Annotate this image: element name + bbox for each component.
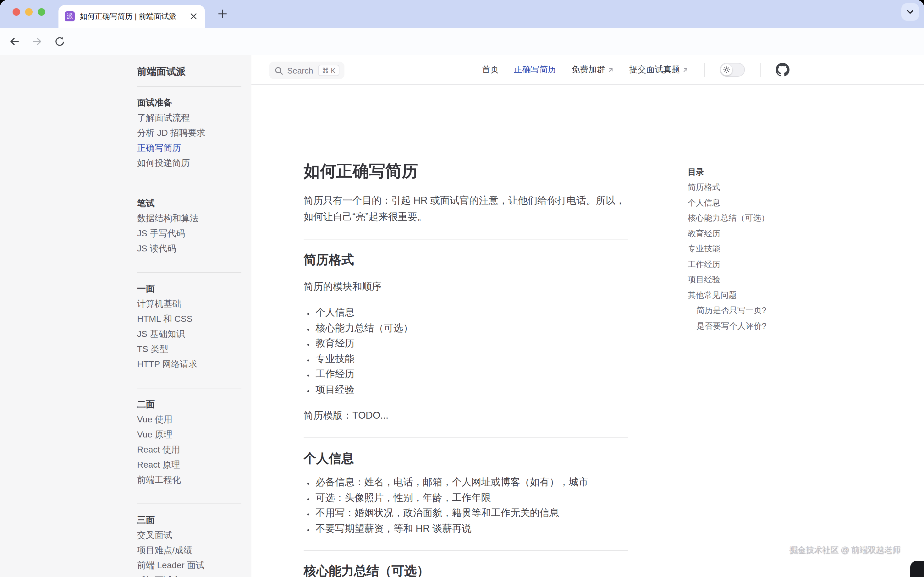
sidebar-item[interactable]: 前端工程化 xyxy=(137,472,241,487)
browser-tab[interactable]: 派 如何正确写简历 | 前端面试派 xyxy=(58,5,205,27)
sidebar-item[interactable]: 如何投递简历 xyxy=(137,155,241,170)
search-button[interactable]: Search ⌘ K xyxy=(269,61,344,79)
tab-title: 如何正确写简历 | 前端面试派 xyxy=(80,11,185,22)
site-brand[interactable]: 前端面试派 xyxy=(137,64,241,79)
list-item: 不用写：婚姻状况，政治面貌，籍贯等和工作无关的信息 xyxy=(316,505,628,521)
intro-paragraph: 简历只有一个目的：引起 HR 或面试官的注意，让他们给你打电话。所以，如何让自己… xyxy=(303,192,628,225)
browser-window: 派 如何正确写简历 | 前端面试派 mianshipai.com/doc xyxy=(0,0,924,577)
nav-link-label: 提交面试真题 xyxy=(629,64,680,76)
sidebar-item-active[interactable]: 正确写简历 xyxy=(137,140,241,155)
bullet-list: 个人信息 核心能力总结（可选） 教育经历 专业技能 工作经历 项目经验 xyxy=(303,305,628,397)
floating-widget-corner[interactable] xyxy=(910,561,924,577)
list-item: 个人信息 xyxy=(316,305,628,320)
tab-search-chevron-icon xyxy=(906,8,914,16)
section-paragraph: 简历模版：TODO... xyxy=(303,407,628,424)
sidebar-item[interactable]: HTTP 网络请求 xyxy=(137,356,241,371)
sidebar-group-written-test: 笔试 数据结构和算法 JS 手写代码 JS 读代码 xyxy=(137,187,241,265)
sidebar-item[interactable]: React 使用 xyxy=(137,442,241,457)
section-heading: 个人信息 xyxy=(303,437,628,467)
site-header: Search ⌘ K 首页 正确写简历 免费加群 提交面试真题 xyxy=(252,55,924,85)
sidebar-group-prepare: 面试准备 了解面试流程 分析 JD 招聘要求 正确写简历 如何投递简历 xyxy=(137,87,241,180)
sidebar-item[interactable]: Vue 使用 xyxy=(137,412,241,427)
search-label: Search xyxy=(287,66,313,75)
watermark: 掘金技术社区 @ 前端双越老师 xyxy=(789,544,900,556)
sidebar-section-title: 一面 xyxy=(137,281,241,296)
new-tab-icon xyxy=(218,10,227,18)
sidebar-item[interactable]: HTML 和 CSS xyxy=(137,311,241,326)
header-nav: 首页 正确写简历 免费加群 提交面试真题 xyxy=(482,55,790,84)
theme-toggle-knob xyxy=(721,64,732,76)
sidebar-item[interactable]: JS 基础知识 xyxy=(137,326,241,341)
toc-sub-item[interactable]: 是否要写个人评价? xyxy=(688,318,798,334)
page-title: 如何正确写简历 xyxy=(303,160,628,182)
sidebar-item[interactable]: 反问面试官 xyxy=(137,572,241,577)
browser-toolbar: mianshipai.com/docs/before-interview/wri… xyxy=(0,27,924,55)
theme-toggle[interactable] xyxy=(720,63,745,77)
external-link-icon xyxy=(682,66,689,73)
tab-search-button[interactable] xyxy=(901,3,919,21)
sidebar-item[interactable]: 项目难点/成绩 xyxy=(137,542,241,558)
toc-item[interactable]: 工作经历 xyxy=(688,257,798,272)
sidebar-item[interactable]: 前端 Leader 面试 xyxy=(137,558,241,572)
nav-link-current[interactable]: 正确写简历 xyxy=(514,64,556,76)
section-resume-format: 简历格式 简历的模块和顺序 个人信息 核心能力总结（可选） 教育经历 专业技能 … xyxy=(303,239,628,424)
reload-button[interactable] xyxy=(50,32,69,51)
sidebar-item[interactable]: React 原理 xyxy=(137,457,241,472)
sidebar-item[interactable]: Vue 原理 xyxy=(137,427,241,442)
nav-link-submit-questions[interactable]: 提交面试真题 xyxy=(629,64,689,76)
nav-link-label: 免费加群 xyxy=(571,64,605,76)
reload-icon xyxy=(54,36,65,47)
toc-item[interactable]: 核心能力总结（可选） xyxy=(688,211,798,226)
sidebar-item[interactable]: 计算机基础 xyxy=(137,296,241,311)
list-item: 专业技能 xyxy=(316,351,628,366)
list-item: 教育经历 xyxy=(316,336,628,351)
back-icon xyxy=(9,36,20,47)
back-button[interactable] xyxy=(5,32,24,51)
external-link-icon xyxy=(607,66,614,73)
page-content: 前端面试派 面试准备 了解面试流程 分析 JD 招聘要求 正确写简历 如何投递简… xyxy=(0,55,924,577)
nav-link-join-group[interactable]: 免费加群 xyxy=(571,64,614,76)
sidebar-item[interactable]: 分析 JD 招聘要求 xyxy=(137,125,241,140)
new-tab-button[interactable] xyxy=(214,5,231,23)
toc-item[interactable]: 其他常见问题 xyxy=(688,288,798,303)
forward-button[interactable] xyxy=(27,32,47,51)
tab-close-icon[interactable] xyxy=(189,13,198,19)
sun-icon xyxy=(723,66,730,74)
window-zoom-button[interactable] xyxy=(38,8,45,16)
toc-item[interactable]: 专业技能 xyxy=(688,241,798,257)
sidebar-section-title: 二面 xyxy=(137,396,241,412)
sidebar-item[interactable]: 数据结构和算法 xyxy=(137,211,241,226)
toc-item[interactable]: 简历格式 xyxy=(688,180,798,195)
github-link[interactable] xyxy=(776,63,790,77)
sidebar-section-title: 笔试 xyxy=(137,195,241,211)
sidebar-section-title: 面试准备 xyxy=(137,95,241,110)
sidebar-item[interactable]: 了解面试流程 xyxy=(137,110,241,125)
nav-divider xyxy=(704,63,705,77)
list-item: 不要写期望薪资，等和 HR 谈薪再说 xyxy=(316,521,628,536)
window-minimize-button[interactable] xyxy=(25,8,33,16)
github-icon xyxy=(776,63,790,77)
toc-sub-item[interactable]: 简历是否只写一页? xyxy=(688,303,798,318)
toc-item[interactable]: 教育经历 xyxy=(688,226,798,241)
list-item: 工作经历 xyxy=(316,366,628,382)
toc-item[interactable]: 项目经验 xyxy=(688,272,798,288)
search-icon xyxy=(274,66,284,75)
bullet-list: 必备信息：姓名，电话，邮箱，个人网址或博客（如有），城市 可选：头像照片，性别，… xyxy=(303,475,628,536)
section-heading: 简历格式 xyxy=(303,239,628,268)
table-of-contents: 目录 简历格式 个人信息 核心能力总结（可选） 教育经历 专业技能 工作经历 项… xyxy=(688,165,798,334)
forward-icon xyxy=(31,36,43,47)
screen: 派 如何正确写简历 | 前端面试派 mianshipai.com/doc xyxy=(0,0,924,577)
nav-link-home[interactable]: 首页 xyxy=(482,64,499,76)
sidebar-item[interactable]: JS 手写代码 xyxy=(137,226,241,241)
window-close-button[interactable] xyxy=(13,8,20,16)
sidebar-group-round3: 三面 交叉面试 项目难点/成绩 前端 Leader 面试 反问面试官 xyxy=(137,504,241,577)
sidebar: 前端面试派 面试准备 了解面试流程 分析 JD 招聘要求 正确写简历 如何投递简… xyxy=(0,55,252,577)
sidebar-item[interactable]: JS 读代码 xyxy=(137,241,241,256)
toc-item[interactable]: 个人信息 xyxy=(688,195,798,211)
list-item: 可选：头像照片，性别，年龄，工作年限 xyxy=(316,490,628,505)
nav-divider xyxy=(760,63,761,77)
window-controls xyxy=(13,8,45,16)
sidebar-item[interactable]: TS 类型 xyxy=(137,341,241,356)
sidebar-item[interactable]: 交叉面试 xyxy=(137,527,241,542)
list-item: 项目经验 xyxy=(316,382,628,397)
